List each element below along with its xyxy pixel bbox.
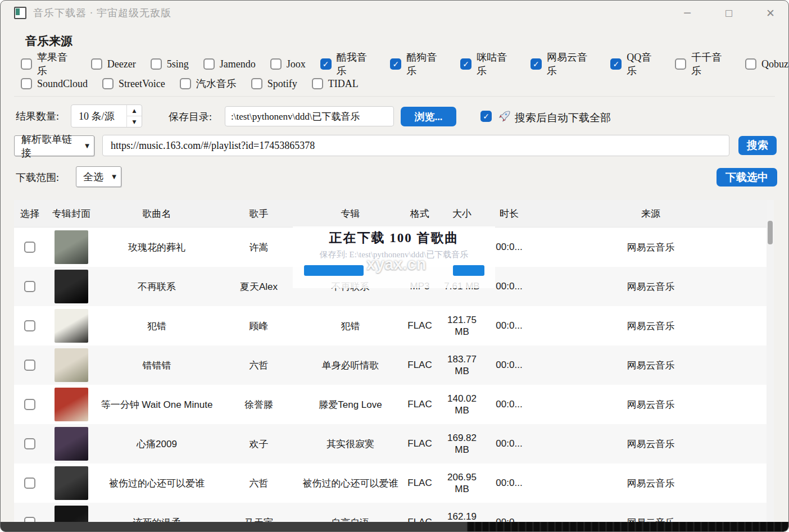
result-count-value: 10 条/源 xyxy=(71,105,126,127)
source-checkbox[interactable]: ✓ xyxy=(102,78,114,89)
source-option[interactable]: ✓ Spotify xyxy=(251,78,297,90)
sources-row-1: ✓ 苹果音乐 ✓ Deezer ✓ 5sing ✓ Jamendo ✓ Joox… xyxy=(21,56,788,72)
source-label: 网易云音乐 xyxy=(547,51,596,78)
spinner-up-icon[interactable]: ▲ xyxy=(127,105,142,116)
app-icon xyxy=(14,7,26,19)
table-row[interactable]: ✓ 等一分钟 Wait One Minute 徐誉滕 滕爱Teng Love F… xyxy=(14,385,767,424)
dialog-title: 正在下载 100 首歌曲 xyxy=(293,229,495,247)
album-name: 单身必听情歌 xyxy=(301,359,400,372)
source-label: SoundCloud xyxy=(37,78,88,90)
source-checkbox[interactable]: ✓ xyxy=(91,58,102,70)
column-header[interactable]: 专辑 xyxy=(301,207,400,220)
source-checkbox[interactable]: ✓ xyxy=(270,58,282,70)
download-range-label: 下载范围: xyxy=(16,171,59,184)
table-row[interactable]: ✓ 心痛2009 欢子 其实很寂寞 FLAC 169.82 MB 00:0...… xyxy=(14,424,767,463)
search-button[interactable]: 搜索 xyxy=(738,136,777,155)
row-checkbox[interactable]: ✓ xyxy=(24,242,35,253)
download-range-select[interactable]: 全选 ▼ xyxy=(76,166,121,187)
song-name: 被伤过的心还可以爱谁 xyxy=(97,477,216,490)
source-option[interactable]: ✓ 网易云音乐 xyxy=(530,51,596,78)
row-checkbox[interactable]: ✓ xyxy=(24,438,35,449)
source-option[interactable]: ✓ 苹果音乐 xyxy=(21,51,76,78)
source-option[interactable]: ✓ 酷我音乐 xyxy=(320,51,376,78)
table-row[interactable]: ✓ 犯错 顾峰 犯错 FLAC 121.75 MB 00:0... 网易云音乐 xyxy=(14,306,767,345)
check-icon: ✓ xyxy=(483,112,489,120)
row-checkbox[interactable]: ✓ xyxy=(24,360,35,371)
source-checkbox[interactable]: ✓ xyxy=(180,78,191,89)
vertical-scrollbar-thumb[interactable] xyxy=(768,221,773,244)
column-header[interactable]: 歌手 xyxy=(216,207,301,220)
maximize-icon[interactable]: □ xyxy=(721,5,737,21)
source-checkbox[interactable]: ✓ xyxy=(203,58,215,70)
source-option[interactable]: ✓ Qobuz xyxy=(745,58,788,70)
rocket-icon xyxy=(498,110,511,123)
vertical-scrollbar[interactable] xyxy=(767,200,774,522)
format: FLAC xyxy=(400,438,440,449)
source-checkbox[interactable]: ✓ xyxy=(530,58,542,70)
source-checkbox[interactable]: ✓ xyxy=(390,58,401,70)
result-count-label: 结果数量: xyxy=(16,110,59,123)
source-name: 网易云音乐 xyxy=(534,241,767,254)
source-checkbox[interactable]: ✓ xyxy=(460,58,471,70)
column-header[interactable]: 格式 xyxy=(400,207,440,220)
source-option[interactable]: ✓ Jamendo xyxy=(203,58,256,70)
source-option[interactable]: ✓ Joox xyxy=(270,58,306,70)
progress-bar-segment xyxy=(304,265,364,276)
source-label: Deezer xyxy=(107,58,136,70)
source-option[interactable]: ✓ Deezer xyxy=(91,58,136,70)
source-option[interactable]: ✓ 汽水音乐 xyxy=(180,77,237,90)
source-option[interactable]: ✓ QQ音乐 xyxy=(610,51,660,78)
album-cover xyxy=(55,427,88,461)
source-option[interactable]: ✓ TIDAL xyxy=(312,78,359,90)
column-header[interactable]: 选择 xyxy=(14,207,46,220)
source-name: 网易云音乐 xyxy=(534,359,767,372)
song-name: 犯错 xyxy=(97,320,216,333)
column-header[interactable]: 歌曲名 xyxy=(97,207,216,220)
source-checkbox[interactable]: ✓ xyxy=(21,78,32,89)
album-name: 其实很寂寞 xyxy=(301,438,400,451)
row-checkbox[interactable]: ✓ xyxy=(24,320,35,331)
download-selected-button[interactable]: 下载选中 xyxy=(717,168,777,187)
row-checkbox[interactable]: ✓ xyxy=(24,478,35,489)
browse-button[interactable]: 浏览... xyxy=(401,107,456,126)
source-label: QQ音乐 xyxy=(627,51,660,78)
source-option[interactable]: ✓ SoundCloud xyxy=(21,78,88,90)
row-checkbox[interactable]: ✓ xyxy=(24,281,35,292)
check-icon: ✓ xyxy=(613,60,619,68)
song-name: 心痛2009 xyxy=(97,438,216,451)
check-icon: ✓ xyxy=(462,60,469,68)
source-option[interactable]: ✓ 5sing xyxy=(151,58,189,70)
source-checkbox[interactable]: ✓ xyxy=(151,58,162,70)
source-checkbox[interactable]: ✓ xyxy=(610,58,622,70)
source-option[interactable]: ✓ 咪咕音乐 xyxy=(460,51,516,78)
table-row[interactable]: ✓ 错错错 六哲 单身必听情歌 FLAC 183.77 MB 00:0... 网… xyxy=(14,345,767,385)
column-header[interactable]: 专辑封面 xyxy=(46,207,97,220)
source-option[interactable]: ✓ 酷狗音乐 xyxy=(390,51,446,78)
source-checkbox[interactable]: ✓ xyxy=(251,78,262,89)
source-option[interactable]: ✓ 千千音乐 xyxy=(675,51,731,78)
row-checkbox[interactable]: ✓ xyxy=(24,399,35,410)
minimize-icon[interactable]: ─ xyxy=(679,5,695,21)
source-option[interactable]: ✓ StreetVoice xyxy=(102,78,165,90)
check-icon: ✓ xyxy=(323,60,329,68)
source-checkbox[interactable]: ✓ xyxy=(320,58,332,70)
source-checkbox[interactable]: ✓ xyxy=(21,58,32,70)
table-row[interactable]: ✓ 被伤过的心还可以爱谁 六哲 被伤过的心还可以爱谁 FLAC 206.95 M… xyxy=(14,463,767,503)
auto-download-checkbox[interactable]: ✓ xyxy=(480,111,492,122)
column-header[interactable]: 大小 xyxy=(440,207,484,220)
save-dir-input[interactable] xyxy=(225,106,394,126)
result-count-spinner[interactable]: 10 条/源 ▲ ▼ xyxy=(71,104,142,128)
source-checkbox[interactable]: ✓ xyxy=(312,78,323,89)
source-checkbox[interactable]: ✓ xyxy=(675,58,686,70)
table-header-row: 选择专辑封面歌曲名歌手专辑格式大小时长来源 xyxy=(14,200,767,228)
spinner-down-icon[interactable]: ▼ xyxy=(127,116,142,127)
source-checkbox[interactable]: ✓ xyxy=(745,58,756,70)
column-header[interactable]: 来源 xyxy=(534,207,767,220)
source-name: 网易云音乐 xyxy=(534,438,767,451)
column-header[interactable]: 时长 xyxy=(484,207,534,220)
playlist-url-input[interactable] xyxy=(102,135,729,156)
horizontal-scrollbar-thumb[interactable] xyxy=(1,522,467,531)
horizontal-scrollbar[interactable] xyxy=(1,522,788,531)
close-icon[interactable]: ✕ xyxy=(763,5,778,21)
parse-mode-select[interactable]: 解析歌单链接 ▼ xyxy=(14,135,94,156)
